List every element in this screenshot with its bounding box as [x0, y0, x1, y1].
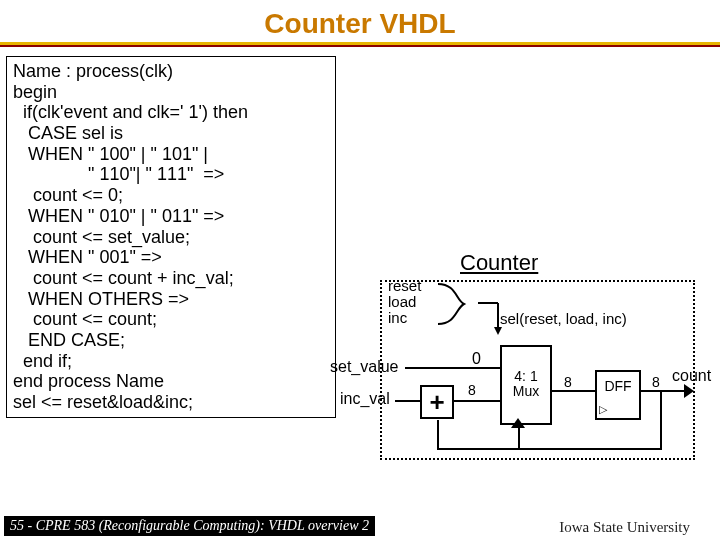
wire — [454, 400, 500, 402]
signal-sel-expr: sel(reset, load, inc) — [500, 310, 627, 327]
wire — [518, 425, 520, 450]
svg-marker-2 — [494, 327, 502, 335]
divider-red — [0, 45, 720, 47]
wire — [437, 448, 662, 450]
counter-diagram: Counter reset load inc sel(reset, load, … — [340, 250, 710, 480]
diagram-title: Counter — [460, 250, 538, 276]
wire — [660, 390, 662, 450]
signal-set-value: set_value — [330, 358, 399, 376]
adder-block: + — [420, 385, 454, 419]
dff-block: DFF ▷ — [595, 370, 641, 420]
bus-width-dff-out: 8 — [652, 374, 660, 390]
arrowhead-icon — [684, 384, 694, 398]
signal-inc-val: inc_val — [340, 390, 390, 408]
concat-brace-icon — [436, 280, 472, 328]
svg-marker-4 — [684, 384, 694, 398]
bus-width-adder-out: 8 — [468, 382, 476, 398]
constant-zero: 0 — [472, 350, 481, 368]
footer-right: Iowa State University — [559, 519, 690, 536]
output-count: count — [672, 367, 711, 385]
slide-title: Counter VHDL — [0, 0, 720, 42]
signal-inc: inc — [388, 310, 407, 327]
vhdl-code-block: Name : process(clk) begin if(clk'event a… — [6, 56, 336, 418]
dff-label: DFF — [604, 378, 631, 394]
wire — [552, 390, 595, 392]
clock-triangle-icon: ▷ — [599, 403, 607, 416]
wire — [437, 420, 439, 450]
mux-block: 4: 1 Mux — [500, 345, 552, 425]
bus-width-mux-out: 8 — [564, 374, 572, 390]
wire — [405, 367, 500, 369]
footer-left: 55 - CPRE 583 (Reconfigurable Computing)… — [4, 516, 375, 536]
wire — [395, 400, 420, 402]
